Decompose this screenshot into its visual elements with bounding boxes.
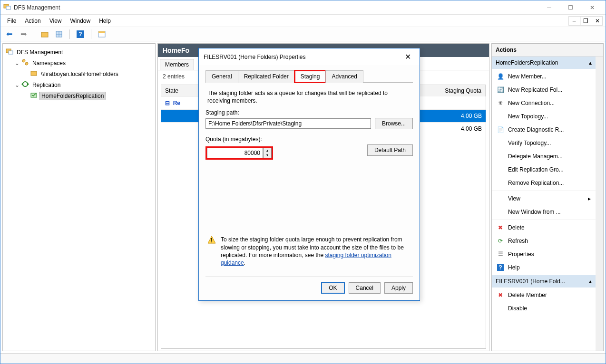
action-edit-replication-group[interactable]: Edit Replication Gro... xyxy=(492,163,596,176)
dialog-title: FILESRV001 (Home Folders) Properties xyxy=(204,54,306,60)
action-help[interactable]: ?Help xyxy=(492,261,596,274)
status-bar xyxy=(0,353,606,364)
cancel-button[interactable]: Cancel xyxy=(349,282,381,294)
action-new-member[interactable]: 👤New Member... xyxy=(492,70,596,83)
forward-button[interactable]: ➡ xyxy=(18,29,29,40)
mdi-minimize-icon[interactable]: – xyxy=(569,17,579,25)
apply-button[interactable]: Apply xyxy=(384,282,413,294)
action-new-replicated-folder[interactable]: 🔄New Replicated Fol... xyxy=(492,83,596,96)
col-staging-quota[interactable]: Staging Quota xyxy=(419,85,486,96)
refresh-icon: ⟳ xyxy=(497,237,504,245)
action-remove-replication[interactable]: Remove Replication... xyxy=(492,176,596,190)
tree-replication-group[interactable]: HomeFoldersReplication xyxy=(23,90,152,101)
tree-namespaces[interactable]: ⌄ Namespaces xyxy=(14,57,152,68)
menu-view[interactable]: View xyxy=(46,16,66,26)
menu-action[interactable]: Action xyxy=(21,16,44,26)
svg-marker-15 xyxy=(28,83,29,86)
tree-root[interactable]: DFS Management xyxy=(6,47,152,57)
tab-advanced[interactable]: Advanced xyxy=(325,70,363,83)
collapse-icon[interactable]: ▴ xyxy=(589,278,592,285)
table-icon[interactable] xyxy=(96,29,108,40)
folder-sync-icon: 🔄 xyxy=(497,86,504,94)
action-new-topology[interactable]: New Topology... xyxy=(492,110,596,123)
dialog-close-button[interactable]: ✕ xyxy=(401,52,415,61)
grid-icon[interactable] xyxy=(53,29,65,40)
help-icon[interactable]: ? xyxy=(75,29,86,40)
actions-scrollbar[interactable] xyxy=(596,57,603,351)
main-window: DFS Management ─ ☐ ✕ File Action View Wi… xyxy=(0,0,606,364)
diagnostic-icon: 📄 xyxy=(497,126,504,134)
chevron-right-icon: ▸ xyxy=(588,195,591,202)
warning-row: ! To size the staging folder quota large… xyxy=(205,236,413,267)
minimize-button[interactable]: ─ xyxy=(538,1,560,14)
properties-dialog: FILESRV001 (Home Folders) Properties ✕ G… xyxy=(198,48,420,301)
back-button[interactable]: ⬅ xyxy=(3,29,15,40)
toolbar: ⬅ ➡ ? xyxy=(0,27,606,41)
replication-icon xyxy=(21,80,29,89)
close-button[interactable]: ✕ xyxy=(581,1,603,14)
row-expander[interactable]: ⊟ Re xyxy=(161,96,202,109)
actions-section-2[interactable]: FILESRV001 (Home Fold... ▴ xyxy=(492,275,596,287)
actions-pane: Actions HomeFoldersReplication ▴ 👤New Me… xyxy=(491,43,604,351)
topology-icon xyxy=(497,113,504,120)
mdi-restore-icon[interactable]: ❐ xyxy=(580,17,591,25)
action-view[interactable]: View▸ xyxy=(492,192,596,205)
action-delete[interactable]: ✖Delete xyxy=(492,221,596,234)
action-delegate-management[interactable]: Delegate Managem... xyxy=(492,150,596,163)
action-create-diagnostic[interactable]: 📄Create Diagnostic R... xyxy=(492,123,596,136)
tab-replicated-folder[interactable]: Replicated Folder xyxy=(238,70,295,83)
ok-button[interactable]: OK xyxy=(321,282,344,294)
actions-section-1[interactable]: HomeFoldersReplication ▴ xyxy=(492,57,596,69)
tree-replication[interactable]: ⌄ Replication xyxy=(14,79,152,90)
svg-point-13 xyxy=(25,62,28,65)
namespace-path-icon xyxy=(30,69,38,78)
tab-members[interactable]: Members xyxy=(160,59,194,70)
action-new-window[interactable]: New Window from ... xyxy=(492,205,596,219)
quota-input[interactable] xyxy=(207,148,263,158)
tab-staging[interactable]: Staging xyxy=(294,70,326,83)
mdi-close-icon[interactable]: ✕ xyxy=(592,17,602,25)
menu-help[interactable]: Help xyxy=(95,16,115,26)
svg-rect-9 xyxy=(98,31,105,33)
menu-window[interactable]: Window xyxy=(67,16,95,26)
menu-file[interactable]: File xyxy=(3,16,20,26)
browse-button[interactable]: Browse... xyxy=(375,118,413,129)
staging-path-input[interactable] xyxy=(205,118,371,129)
titlebar: DFS Management ─ ☐ ✕ xyxy=(0,0,606,15)
dialog-buttons: OK Cancel Apply xyxy=(205,276,413,294)
chevron-down-icon[interactable]: ⌄ xyxy=(14,82,20,88)
action-properties[interactable]: ☰Properties xyxy=(492,248,596,261)
svg-marker-16 xyxy=(21,83,23,86)
warning-icon: ! xyxy=(207,236,216,267)
default-path-button[interactable]: Default Path xyxy=(367,144,413,156)
spinner-down-button[interactable]: ▾ xyxy=(264,153,271,158)
dfs-root-icon xyxy=(6,48,13,57)
connection-icon: ✳ xyxy=(497,99,504,107)
menubar: File Action View Window Help – ❐ ✕ xyxy=(0,15,606,27)
spinner-up-button[interactable]: ▴ xyxy=(264,148,271,153)
mdi-controls: – ❐ ✕ xyxy=(568,16,603,26)
action-delete-member[interactable]: ✖Delete Member xyxy=(492,288,596,302)
svg-text:?: ? xyxy=(78,31,82,38)
quota-spinner: ▴ ▾ xyxy=(205,146,273,160)
chevron-down-icon[interactable]: ⌄ xyxy=(14,60,20,67)
app-icon xyxy=(3,3,11,12)
member-icon: 👤 xyxy=(497,73,504,80)
svg-text:?: ? xyxy=(498,264,502,271)
folder-icon[interactable] xyxy=(39,29,50,40)
maximize-button[interactable]: ☐ xyxy=(560,1,581,14)
tab-general[interactable]: General xyxy=(205,70,238,83)
tree-namespace-item[interactable]: \\firatboyan.local\HomeFolders xyxy=(23,68,152,79)
action-refresh[interactable]: ⟳Refresh xyxy=(492,234,596,248)
verify-icon xyxy=(497,139,504,147)
disable-icon xyxy=(497,305,504,312)
svg-rect-1 xyxy=(6,6,10,10)
staging-path-label: Staging path: xyxy=(205,109,413,116)
tree: DFS Management ⌄ Namespaces \\f xyxy=(6,47,152,101)
actions-header: Actions xyxy=(492,44,603,57)
col-state[interactable]: State xyxy=(161,85,202,96)
action-verify-topology[interactable]: Verify Topology... xyxy=(492,136,596,150)
collapse-icon[interactable]: ▴ xyxy=(589,59,592,66)
action-disable[interactable]: Disable xyxy=(492,302,596,315)
action-new-connection[interactable]: ✳New Connection... xyxy=(492,96,596,110)
